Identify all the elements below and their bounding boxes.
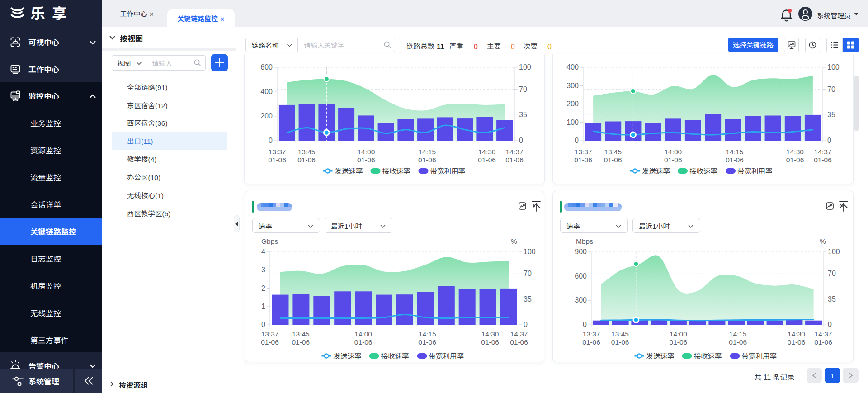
svg-text:接收速率: 接收速率 — [382, 166, 410, 175]
svg-text:200: 200 — [260, 110, 273, 121]
svg-text:35: 35 — [524, 293, 532, 304]
svg-text:01-06: 01-06 — [268, 154, 286, 164]
svg-text:100: 100 — [566, 116, 579, 127]
svg-text:100: 100 — [828, 246, 840, 256]
svg-text:发送速率: 发送速率 — [642, 166, 670, 175]
svg-text:发送速率: 发送速率 — [646, 350, 675, 360]
svg-text:01-06: 01-06 — [261, 336, 279, 346]
svg-text:600: 600 — [260, 61, 273, 72]
svg-text:01-06: 01-06 — [418, 336, 436, 346]
svg-text:200: 200 — [566, 98, 579, 109]
svg-text:0: 0 — [583, 318, 587, 329]
svg-text:01-06: 01-06 — [604, 154, 622, 164]
svg-text:3: 3 — [261, 264, 265, 275]
svg-text:0: 0 — [269, 134, 273, 145]
svg-text:70: 70 — [828, 267, 836, 278]
svg-text:4: 4 — [261, 246, 265, 256]
svg-text:35: 35 — [828, 293, 836, 304]
svg-text:01-06: 01-06 — [510, 336, 528, 346]
svg-text:接收速率: 接收速率 — [381, 350, 409, 360]
svg-text:01-06: 01-06 — [664, 154, 682, 164]
svg-text:01-06: 01-06 — [505, 154, 524, 164]
svg-text:100: 100 — [519, 61, 531, 72]
svg-text:01-06: 01-06 — [788, 336, 806, 346]
svg-text:400: 400 — [566, 61, 579, 72]
svg-text:600: 600 — [575, 270, 587, 281]
svg-text:01-06: 01-06 — [292, 336, 310, 346]
svg-text:01-06: 01-06 — [814, 336, 832, 346]
svg-text:0: 0 — [519, 134, 523, 145]
svg-text:300: 300 — [566, 80, 579, 90]
svg-text:0: 0 — [575, 134, 579, 145]
svg-text:70: 70 — [519, 83, 527, 94]
svg-text:01-06: 01-06 — [357, 154, 375, 164]
svg-text:01-06: 01-06 — [814, 154, 832, 164]
svg-text:0: 0 — [827, 134, 831, 145]
svg-text:70: 70 — [524, 267, 532, 278]
svg-text:0: 0 — [524, 318, 528, 329]
svg-text:01-06: 01-06 — [297, 154, 316, 164]
svg-text:01-06: 01-06 — [726, 154, 744, 164]
svg-text:发送速率: 发送速率 — [335, 166, 363, 175]
svg-text:35: 35 — [519, 109, 527, 119]
svg-text:带宽利用率: 带宽利用率 — [430, 166, 466, 175]
svg-text:2: 2 — [261, 282, 265, 293]
svg-text:接收速率: 接收速率 — [689, 166, 717, 175]
svg-text:带宽利用率: 带宽利用率 — [742, 350, 777, 360]
svg-text:发送速率: 发送速率 — [334, 350, 362, 360]
svg-text:01-06: 01-06 — [786, 154, 804, 164]
svg-text:接收速率: 接收速率 — [694, 350, 722, 360]
svg-text:300: 300 — [575, 294, 587, 305]
svg-text:100: 100 — [524, 246, 536, 256]
svg-text:1: 1 — [261, 300, 265, 311]
svg-text:01-06: 01-06 — [729, 336, 747, 346]
svg-text:01-06: 01-06 — [582, 336, 600, 346]
svg-text:带宽利用率: 带宽利用率 — [429, 350, 464, 360]
svg-text:01-06: 01-06 — [481, 336, 499, 346]
svg-text:100: 100 — [827, 61, 840, 72]
svg-text:01-06: 01-06 — [478, 154, 496, 164]
svg-text:400: 400 — [260, 85, 273, 96]
svg-text:0: 0 — [828, 318, 832, 329]
svg-text:70: 70 — [827, 83, 835, 94]
svg-text:01-06: 01-06 — [354, 336, 373, 346]
svg-text:01-06: 01-06 — [574, 154, 592, 164]
svg-text:01-06: 01-06 — [611, 336, 629, 346]
svg-text:35: 35 — [827, 109, 835, 119]
svg-text:带宽利用率: 带宽利用率 — [737, 166, 773, 175]
svg-text:0: 0 — [261, 318, 265, 329]
svg-text:01-06: 01-06 — [418, 154, 436, 164]
svg-text:900: 900 — [575, 246, 587, 256]
svg-text:01-06: 01-06 — [670, 336, 688, 346]
